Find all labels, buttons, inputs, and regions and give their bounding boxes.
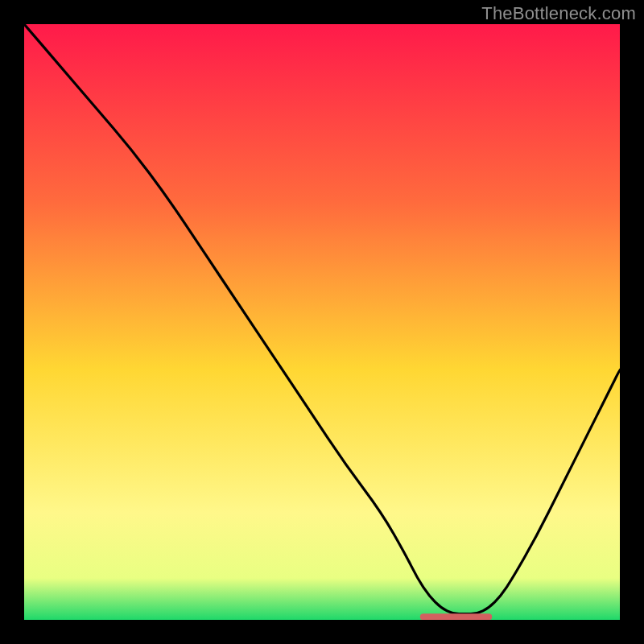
gradient-background (24, 24, 620, 620)
chart-frame: TheBottleneck.com (0, 0, 644, 644)
chart-svg (24, 24, 620, 620)
chart-plot-area (24, 24, 620, 620)
watermark-text: TheBottleneck.com (481, 3, 636, 24)
